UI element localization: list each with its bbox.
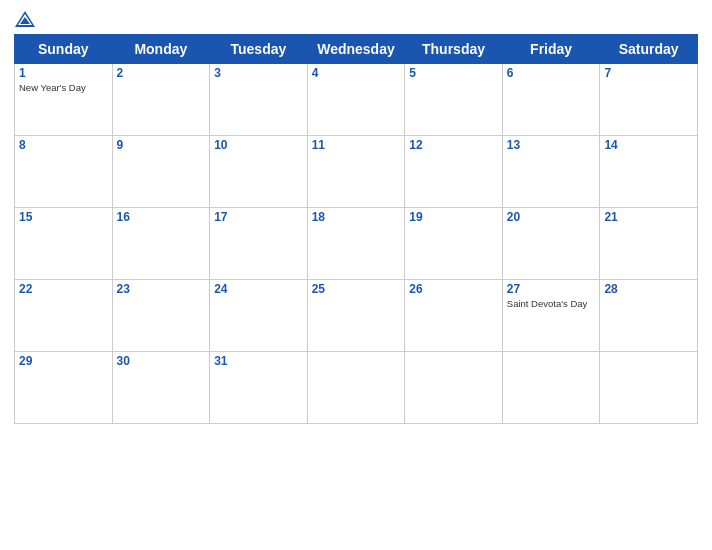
calendar-day-cell: 22 bbox=[15, 280, 113, 352]
day-number: 1 bbox=[19, 66, 108, 80]
calendar-day-cell: 30 bbox=[112, 352, 210, 424]
calendar-day-cell: 1New Year's Day bbox=[15, 64, 113, 136]
day-number: 10 bbox=[214, 138, 303, 152]
day-number: 30 bbox=[117, 354, 206, 368]
day-number: 25 bbox=[312, 282, 401, 296]
day-number: 27 bbox=[507, 282, 596, 296]
calendar-day-cell: 3 bbox=[210, 64, 308, 136]
header-friday: Friday bbox=[502, 35, 600, 64]
calendar-day-cell bbox=[405, 352, 503, 424]
calendar-day-cell: 21 bbox=[600, 208, 698, 280]
calendar-day-cell: 6 bbox=[502, 64, 600, 136]
calendar-day-cell: 13 bbox=[502, 136, 600, 208]
day-number: 14 bbox=[604, 138, 693, 152]
day-number: 17 bbox=[214, 210, 303, 224]
calendar-day-cell: 10 bbox=[210, 136, 308, 208]
day-number: 23 bbox=[117, 282, 206, 296]
calendar-day-cell: 11 bbox=[307, 136, 405, 208]
calendar-day-cell: 26 bbox=[405, 280, 503, 352]
calendar-day-cell: 2 bbox=[112, 64, 210, 136]
calendar-day-cell: 29 bbox=[15, 352, 113, 424]
calendar-day-cell: 27Saint Devota's Day bbox=[502, 280, 600, 352]
day-number: 7 bbox=[604, 66, 693, 80]
calendar-day-cell: 16 bbox=[112, 208, 210, 280]
holiday-label: Saint Devota's Day bbox=[507, 298, 596, 309]
calendar-day-cell: 4 bbox=[307, 64, 405, 136]
calendar-day-cell bbox=[307, 352, 405, 424]
header-thursday: Thursday bbox=[405, 35, 503, 64]
calendar-day-cell: 28 bbox=[600, 280, 698, 352]
day-number: 11 bbox=[312, 138, 401, 152]
calendar-header bbox=[14, 10, 698, 28]
calendar-day-cell: 7 bbox=[600, 64, 698, 136]
day-number: 12 bbox=[409, 138, 498, 152]
day-number: 8 bbox=[19, 138, 108, 152]
day-number: 24 bbox=[214, 282, 303, 296]
calendar-day-cell: 31 bbox=[210, 352, 308, 424]
day-number: 21 bbox=[604, 210, 693, 224]
holiday-label: New Year's Day bbox=[19, 82, 108, 93]
calendar-week-row: 293031 bbox=[15, 352, 698, 424]
day-number: 4 bbox=[312, 66, 401, 80]
calendar-day-cell: 12 bbox=[405, 136, 503, 208]
day-number: 18 bbox=[312, 210, 401, 224]
weekday-header-row: Sunday Monday Tuesday Wednesday Thursday… bbox=[15, 35, 698, 64]
calendar-day-cell bbox=[502, 352, 600, 424]
day-number: 28 bbox=[604, 282, 693, 296]
calendar-day-cell: 9 bbox=[112, 136, 210, 208]
day-number: 16 bbox=[117, 210, 206, 224]
calendar-day-cell: 8 bbox=[15, 136, 113, 208]
day-number: 22 bbox=[19, 282, 108, 296]
calendar-week-row: 891011121314 bbox=[15, 136, 698, 208]
calendar-week-row: 222324252627Saint Devota's Day28 bbox=[15, 280, 698, 352]
calendar-day-cell: 5 bbox=[405, 64, 503, 136]
day-number: 19 bbox=[409, 210, 498, 224]
calendar-day-cell bbox=[600, 352, 698, 424]
day-number: 20 bbox=[507, 210, 596, 224]
day-number: 29 bbox=[19, 354, 108, 368]
header-wednesday: Wednesday bbox=[307, 35, 405, 64]
calendar-day-cell: 14 bbox=[600, 136, 698, 208]
header-sunday: Sunday bbox=[15, 35, 113, 64]
day-number: 5 bbox=[409, 66, 498, 80]
calendar-container: Sunday Monday Tuesday Wednesday Thursday… bbox=[0, 0, 712, 550]
day-number: 15 bbox=[19, 210, 108, 224]
day-number: 9 bbox=[117, 138, 206, 152]
calendar-day-cell: 24 bbox=[210, 280, 308, 352]
logo-area bbox=[14, 10, 40, 28]
day-number: 2 bbox=[117, 66, 206, 80]
calendar-day-cell: 17 bbox=[210, 208, 308, 280]
logo-icon bbox=[14, 10, 36, 28]
header-saturday: Saturday bbox=[600, 35, 698, 64]
calendar-table: Sunday Monday Tuesday Wednesday Thursday… bbox=[14, 34, 698, 424]
day-number: 6 bbox=[507, 66, 596, 80]
day-number: 26 bbox=[409, 282, 498, 296]
day-number: 13 bbox=[507, 138, 596, 152]
calendar-week-row: 1New Year's Day234567 bbox=[15, 64, 698, 136]
calendar-day-cell: 19 bbox=[405, 208, 503, 280]
header-tuesday: Tuesday bbox=[210, 35, 308, 64]
header-monday: Monday bbox=[112, 35, 210, 64]
calendar-day-cell: 15 bbox=[15, 208, 113, 280]
calendar-day-cell: 25 bbox=[307, 280, 405, 352]
calendar-day-cell: 23 bbox=[112, 280, 210, 352]
calendar-week-row: 15161718192021 bbox=[15, 208, 698, 280]
calendar-day-cell: 20 bbox=[502, 208, 600, 280]
day-number: 31 bbox=[214, 354, 303, 368]
day-number: 3 bbox=[214, 66, 303, 80]
calendar-day-cell: 18 bbox=[307, 208, 405, 280]
